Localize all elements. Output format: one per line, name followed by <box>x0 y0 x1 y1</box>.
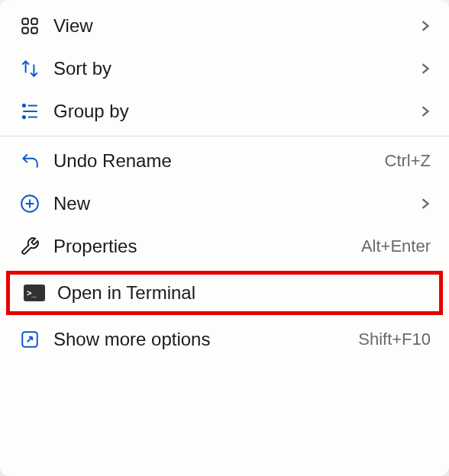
menu-shortcut: Ctrl+Z <box>385 151 431 171</box>
chevron-right-icon <box>417 106 431 117</box>
svg-rect-0 <box>22 18 28 24</box>
menu-label: Show more options <box>53 329 358 350</box>
group-icon <box>20 101 53 121</box>
undo-icon <box>20 151 53 171</box>
svg-point-4 <box>23 105 25 107</box>
menu-item-properties[interactable]: Properties Alt+Enter <box>0 225 449 268</box>
menu-label: New <box>53 193 411 214</box>
svg-rect-1 <box>31 18 37 24</box>
svg-rect-3 <box>31 27 37 34</box>
terminal-icon: >_ <box>24 285 57 301</box>
plus-circle-icon <box>20 194 53 214</box>
menu-item-new[interactable]: New <box>0 182 449 225</box>
chevron-right-icon <box>417 21 431 31</box>
menu-item-undo-rename[interactable]: Undo Rename Ctrl+Z <box>0 140 449 182</box>
chevron-right-icon <box>417 198 431 209</box>
menu-item-sort-by[interactable]: Sort by <box>0 47 449 90</box>
wrench-icon <box>20 236 53 256</box>
menu-item-group-by[interactable]: Group by <box>0 90 449 133</box>
menu-shortcut: Alt+Enter <box>361 236 431 256</box>
sort-icon <box>20 59 53 79</box>
menu-label: Open in Terminal <box>57 282 427 304</box>
menu-separator <box>0 136 449 137</box>
context-menu: View Sort by Group by <box>0 0 449 476</box>
menu-item-show-more-options[interactable]: Show more options Shift+F10 <box>0 318 449 361</box>
menu-shortcut: Shift+F10 <box>358 330 431 349</box>
grid-icon <box>20 16 53 36</box>
menu-label: View <box>53 15 411 37</box>
chevron-right-icon <box>417 63 431 74</box>
menu-label: Undo Rename <box>53 150 385 172</box>
menu-label: Group by <box>53 101 411 122</box>
menu-label: Properties <box>53 236 361 257</box>
menu-item-open-in-terminal[interactable]: >_ Open in Terminal <box>6 271 443 315</box>
expand-icon <box>20 330 53 349</box>
svg-rect-2 <box>22 27 28 34</box>
menu-label: Sort by <box>53 58 411 79</box>
menu-item-view[interactable]: View <box>0 5 449 47</box>
svg-point-7 <box>23 116 25 118</box>
